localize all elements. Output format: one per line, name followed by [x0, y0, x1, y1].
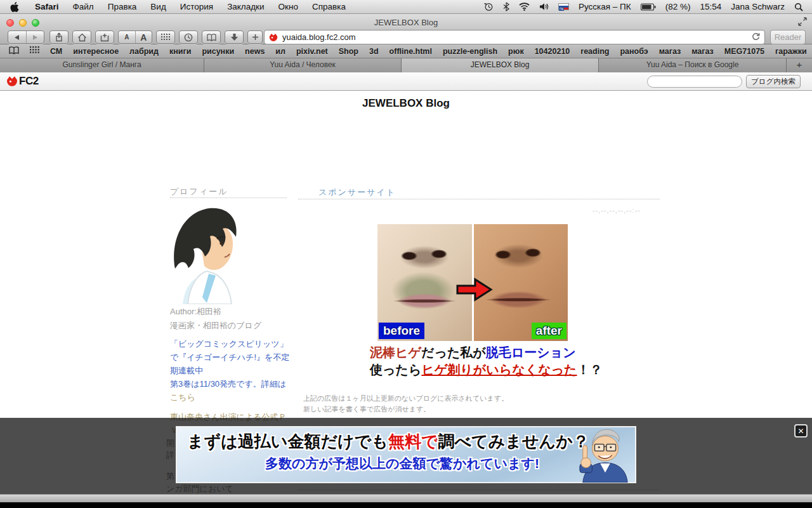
time-machine-icon[interactable]	[484, 2, 494, 11]
bookmark-item[interactable]: СМ	[50, 47, 62, 56]
apple-menu[interactable]	[0, 2, 28, 12]
banner-text-black: まずは過払い金額だけでも	[187, 432, 388, 451]
bookmark-item[interactable]: pixiv.net	[296, 47, 328, 56]
tab-gunslinger-girl[interactable]: Gunslinger Girl / Манга	[0, 58, 204, 72]
downloads-button[interactable]	[225, 30, 244, 44]
battery-percent-label[interactable]: (82 %)	[665, 2, 691, 11]
notice-line1: 上記の広告は１ヶ月以上更新のないブログに表示されています。	[303, 393, 508, 404]
bookmark-item[interactable]: MEG71075	[724, 47, 764, 56]
bookmark-item[interactable]: интересное	[73, 47, 119, 56]
tab-bar: Gunslinger Girl / Манга Yuu Aida / Челов…	[0, 58, 812, 72]
history-button[interactable]	[179, 30, 198, 44]
menu-item-file[interactable]: Файл	[66, 0, 101, 13]
fc2-ad-notice: 上記の広告は１ヶ月以上更新のないブログに表示されています。 新しい記事を書く事で…	[303, 393, 508, 415]
blog-search-input[interactable]	[647, 76, 742, 88]
after-label: after	[532, 323, 566, 339]
bookmark-item[interactable]: магаз	[659, 47, 681, 56]
bookmarks-bar: СМ интересное лабрид книги рисунки news …	[0, 44, 812, 58]
add-bookmark-button[interactable]	[95, 30, 114, 44]
bookmark-item[interactable]: ил	[275, 47, 285, 56]
menu-bar-status: ПК Русская – ПК (82 %) 15:54 Jana Schwar…	[484, 2, 812, 11]
increase-font-button[interactable]: A	[135, 31, 152, 43]
overlay-ad-banner[interactable]: まずは過払い金額だけでも無料で調べてみませんか？ 多数の方が予想以上の金額で驚か…	[176, 426, 636, 483]
menu-item-help[interactable]: Справка	[305, 0, 353, 13]
back-forward-group	[8, 30, 44, 44]
caption-underlined-link[interactable]: ヒゲ剃りがいらなくなった	[421, 363, 577, 377]
bookmark-item[interactable]: книги	[169, 47, 191, 56]
bookmark-item[interactable]: рисунки	[202, 47, 234, 56]
bookmark-item[interactable]: лабрид	[129, 47, 159, 56]
home-button[interactable]	[72, 30, 91, 44]
font-size-group: A A	[118, 30, 152, 44]
link-serialization[interactable]: 「ビッグコミックスピリッツ」で『イチゴーイチハチ!』を不定期連載中	[170, 337, 293, 377]
forward-button[interactable]	[26, 31, 44, 43]
bookmark-item[interactable]: магаз	[691, 47, 714, 56]
profile-divider	[170, 197, 287, 198]
blog-search-button[interactable]: ブログ内検索	[746, 75, 801, 88]
bookmark-item[interactable]: 3d	[369, 47, 379, 56]
sponsor-divider	[298, 199, 660, 199]
menu-item-view[interactable]: Вид	[143, 0, 173, 13]
bookmark-item[interactable]: рюк	[508, 47, 524, 56]
new-tab-toolbar-button[interactable]	[247, 30, 263, 44]
bookmark-item[interactable]: news	[245, 47, 265, 56]
menu-bar: Safari Файл Правка Вид История Закладки …	[0, 0, 812, 14]
input-source-label[interactable]: Русская – ПК	[579, 2, 631, 11]
overlay-close-button[interactable]: ✕	[794, 424, 808, 438]
tab-jewelbox-blog[interactable]: JEWELBOX Blog	[402, 58, 599, 72]
address-bar[interactable]: yuaida.blog.fc2.com	[264, 30, 765, 44]
ad-caption-line2[interactable]: 使ったらヒゲ剃りがいらなくなった！？	[370, 361, 603, 378]
bookmark-item[interactable]: ранобэ	[620, 47, 648, 56]
menu-item-window[interactable]: Окно	[272, 0, 305, 13]
reload-icon[interactable]	[752, 32, 760, 43]
bookmark-item[interactable]: 10420210	[535, 47, 570, 56]
fc2-favicon	[269, 33, 278, 42]
bookmarks-button[interactable]	[202, 30, 221, 44]
menu-bar-left: Safari Файл Правка Вид История Закладки …	[0, 0, 353, 13]
tab-yuu-aida-person[interactable]: Yuu Aida / Человек	[204, 58, 402, 72]
window-title: JEWELBOX Blog	[0, 18, 812, 27]
before-label: before	[379, 323, 424, 339]
bookmark-item[interactable]: Shop	[339, 47, 358, 56]
bluetooth-icon[interactable]	[503, 2, 509, 11]
menu-bar-clock[interactable]: 15:54	[700, 2, 721, 11]
share-button[interactable]	[49, 30, 69, 44]
bookmark-item[interactable]: puzzle-english	[443, 47, 497, 56]
window-title-toolbar: JEWELBOX Blog A A yuaida.blog.fc2.com	[0, 14, 812, 44]
spotlight-icon[interactable]	[794, 3, 803, 11]
menu-item-safari[interactable]: Safari	[28, 0, 66, 13]
release-text: 第3巻は11/30発売です。詳細は	[170, 379, 286, 389]
decrease-font-button[interactable]: A	[119, 31, 135, 43]
fc2-logo[interactable]: FC2	[0, 75, 39, 88]
bookmark-item[interactable]: гаражки	[775, 47, 807, 56]
caption-black-text: 使ったら	[370, 363, 421, 377]
banner-headline: まずは過払い金額だけでも無料で調べてみませんか？	[187, 431, 589, 453]
back-button[interactable]	[8, 31, 26, 43]
fullscreen-icon[interactable]	[798, 17, 807, 29]
top-sites-button[interactable]	[156, 30, 175, 44]
sponsor-ad-image[interactable]: before after	[377, 224, 568, 341]
menu-item-bookmarks[interactable]: Закладки	[220, 0, 271, 13]
wifi-icon[interactable]	[519, 3, 530, 11]
volume-icon[interactable]	[539, 3, 549, 11]
profile-image	[170, 203, 244, 304]
bookmark-item[interactable]: reading	[580, 47, 609, 56]
caption-blue-text: 脱毛ローション	[486, 345, 576, 359]
bookmarks-sidebar-icon[interactable]	[9, 46, 19, 57]
ad-caption-line1[interactable]: 泥棒ヒゲだった私が脱毛ローション	[370, 344, 576, 361]
top-sites-grid-icon[interactable]	[30, 46, 39, 57]
user-switch-menu[interactable]: Jana Schwarz	[731, 2, 785, 11]
battery-icon[interactable]	[641, 3, 656, 11]
input-source-flag-icon[interactable]: ПК	[558, 3, 569, 10]
notice-line2: 新しい記事を書く事で広告が消せます。	[303, 404, 508, 415]
window-bottom-edge	[0, 494, 812, 502]
bookmark-item[interactable]: offline.html	[390, 47, 432, 56]
menu-item-edit[interactable]: Правка	[101, 0, 144, 13]
reader-button[interactable]: Reader	[770, 30, 806, 44]
new-tab-button[interactable]: +	[787, 58, 812, 72]
tab-yuu-aida-google[interactable]: Yuu Aida – Поиск в Google	[599, 58, 787, 72]
blog-title: JEWELBOX Blog	[0, 97, 812, 110]
menu-item-history[interactable]: История	[173, 0, 220, 13]
url-text: yuaida.blog.fc2.com	[282, 32, 356, 42]
link-details[interactable]: こちら	[170, 392, 195, 402]
